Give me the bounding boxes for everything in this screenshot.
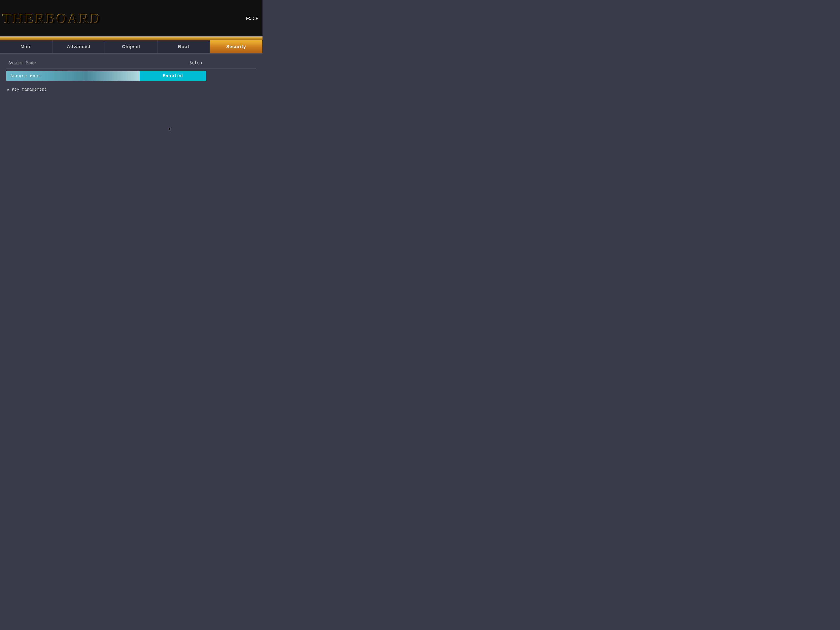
system-mode-value: Setup (189, 61, 256, 65)
nav-tabs: Main Advanced Chipset Boot Security (0, 40, 262, 54)
system-mode-row: System Mode Setup (6, 58, 256, 68)
secure-boot-row[interactable]: Secure Boot Enabled (6, 69, 256, 82)
tab-main[interactable]: Main (0, 40, 52, 53)
top-right-info: F5 : F (246, 16, 258, 21)
gold-bar (0, 36, 262, 40)
brand-title: THERBOARD (2, 10, 101, 27)
tab-chipset[interactable]: Chipset (105, 40, 158, 53)
secure-boot-label[interactable]: Secure Boot (6, 71, 140, 81)
tab-advanced[interactable]: Advanced (52, 40, 105, 53)
key-management-row[interactable]: ▶ Key Management (6, 84, 256, 95)
expand-arrow-icon: ▶ (8, 87, 10, 92)
content-area: System Mode Setup Secure Boot Enabled ▶ … (0, 54, 262, 178)
tab-security[interactable]: Security (210, 40, 262, 53)
tab-boot[interactable]: Boot (158, 40, 210, 53)
key-management-label[interactable]: ▶ Key Management (6, 87, 47, 92)
system-mode-label: System Mode (6, 61, 189, 65)
secure-boot-value: Enabled (140, 71, 206, 81)
top-header: THERBOARD F5 : F (0, 0, 262, 36)
key-management-text: Key Management (12, 87, 47, 92)
